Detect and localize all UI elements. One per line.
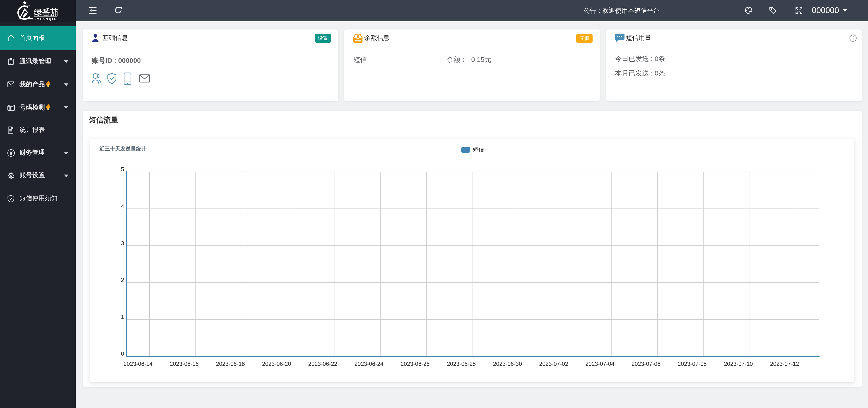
svg-text:2023-06-20: 2023-06-20	[262, 361, 291, 367]
svg-text:2023-06-30: 2023-06-30	[493, 361, 522, 367]
svg-text:2023-06-22: 2023-06-22	[308, 361, 337, 367]
svg-text:2: 2	[121, 277, 124, 283]
svg-text:2023-07-12: 2023-07-12	[770, 361, 799, 367]
svg-text:3: 3	[121, 240, 124, 246]
svg-text:0: 0	[121, 351, 124, 357]
svg-text:2023-06-16: 2023-06-16	[169, 361, 198, 367]
svg-text:2023-07-08: 2023-07-08	[678, 361, 707, 367]
svg-text:LVFANQIE: LVFANQIE	[34, 17, 57, 21]
svg-text:5: 5	[121, 166, 124, 173]
svg-text:2023-07-04: 2023-07-04	[585, 361, 614, 367]
svg-text:2023-07-06: 2023-07-06	[631, 361, 660, 367]
svg-text:2023-07-02: 2023-07-02	[539, 361, 568, 367]
svg-text:2023-06-28: 2023-06-28	[447, 361, 476, 367]
svg-text:2023-06-14: 2023-06-14	[123, 361, 152, 367]
svg-text:2023-06-18: 2023-06-18	[216, 361, 245, 367]
svg-text:1: 1	[121, 314, 124, 320]
svg-text:2023-06-24: 2023-06-24	[354, 361, 383, 367]
svg-text:4: 4	[121, 203, 124, 209]
svg-text:2023-07-10: 2023-07-10	[724, 361, 753, 367]
svg-text:绿番茄: 绿番茄	[34, 8, 58, 17]
svg-text:2023-06-26: 2023-06-26	[401, 361, 430, 367]
